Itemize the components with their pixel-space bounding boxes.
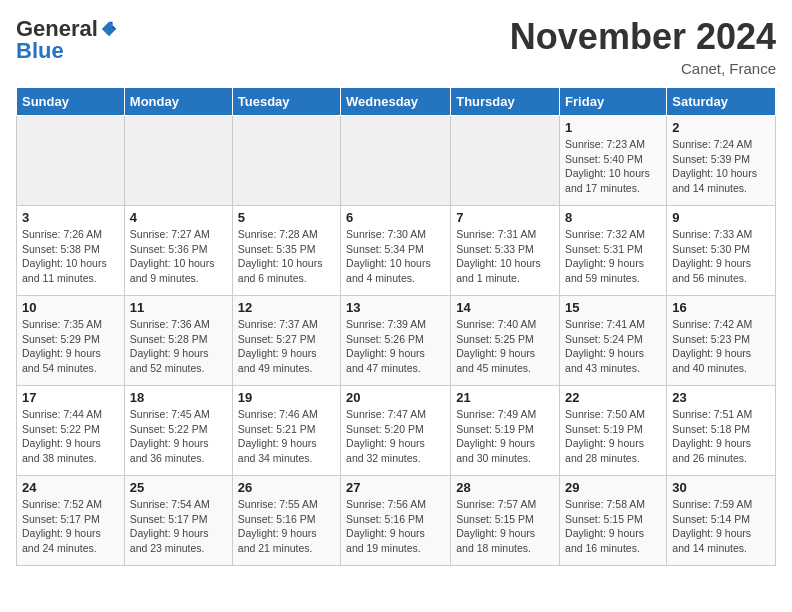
day-info: Sunrise: 7:27 AMSunset: 5:36 PMDaylight:… bbox=[130, 227, 227, 286]
day-number: 18 bbox=[130, 390, 227, 405]
calendar-cell: 2Sunrise: 7:24 AMSunset: 5:39 PMDaylight… bbox=[667, 116, 776, 206]
day-info: Sunrise: 7:54 AMSunset: 5:17 PMDaylight:… bbox=[130, 497, 227, 556]
calendar-cell: 9Sunrise: 7:33 AMSunset: 5:30 PMDaylight… bbox=[667, 206, 776, 296]
day-info: Sunrise: 7:41 AMSunset: 5:24 PMDaylight:… bbox=[565, 317, 661, 376]
day-info: Sunrise: 7:36 AMSunset: 5:28 PMDaylight:… bbox=[130, 317, 227, 376]
day-info: Sunrise: 7:56 AMSunset: 5:16 PMDaylight:… bbox=[346, 497, 445, 556]
day-number: 2 bbox=[672, 120, 770, 135]
day-info: Sunrise: 7:35 AMSunset: 5:29 PMDaylight:… bbox=[22, 317, 119, 376]
day-info: Sunrise: 7:52 AMSunset: 5:17 PMDaylight:… bbox=[22, 497, 119, 556]
day-number: 15 bbox=[565, 300, 661, 315]
day-info: Sunrise: 7:44 AMSunset: 5:22 PMDaylight:… bbox=[22, 407, 119, 466]
calendar-cell: 12Sunrise: 7:37 AMSunset: 5:27 PMDayligh… bbox=[232, 296, 340, 386]
calendar-cell: 7Sunrise: 7:31 AMSunset: 5:33 PMDaylight… bbox=[451, 206, 560, 296]
calendar-cell: 6Sunrise: 7:30 AMSunset: 5:34 PMDaylight… bbox=[341, 206, 451, 296]
calendar-week-1: 1Sunrise: 7:23 AMSunset: 5:40 PMDaylight… bbox=[17, 116, 776, 206]
title-area: November 2024 Canet, France bbox=[510, 16, 776, 77]
calendar-cell bbox=[124, 116, 232, 206]
day-info: Sunrise: 7:24 AMSunset: 5:39 PMDaylight:… bbox=[672, 137, 770, 196]
day-number: 17 bbox=[22, 390, 119, 405]
day-number: 3 bbox=[22, 210, 119, 225]
header-tuesday: Tuesday bbox=[232, 88, 340, 116]
day-number: 11 bbox=[130, 300, 227, 315]
calendar-cell bbox=[451, 116, 560, 206]
day-number: 14 bbox=[456, 300, 554, 315]
calendar-cell: 11Sunrise: 7:36 AMSunset: 5:28 PMDayligh… bbox=[124, 296, 232, 386]
header-wednesday: Wednesday bbox=[341, 88, 451, 116]
calendar-cell: 19Sunrise: 7:46 AMSunset: 5:21 PMDayligh… bbox=[232, 386, 340, 476]
day-info: Sunrise: 7:33 AMSunset: 5:30 PMDaylight:… bbox=[672, 227, 770, 286]
calendar-cell: 23Sunrise: 7:51 AMSunset: 5:18 PMDayligh… bbox=[667, 386, 776, 476]
calendar-header-row: SundayMondayTuesdayWednesdayThursdayFrid… bbox=[17, 88, 776, 116]
day-number: 27 bbox=[346, 480, 445, 495]
calendar-cell: 21Sunrise: 7:49 AMSunset: 5:19 PMDayligh… bbox=[451, 386, 560, 476]
calendar-cell: 14Sunrise: 7:40 AMSunset: 5:25 PMDayligh… bbox=[451, 296, 560, 386]
calendar-cell: 15Sunrise: 7:41 AMSunset: 5:24 PMDayligh… bbox=[560, 296, 667, 386]
day-info: Sunrise: 7:31 AMSunset: 5:33 PMDaylight:… bbox=[456, 227, 554, 286]
day-number: 23 bbox=[672, 390, 770, 405]
calendar-cell: 4Sunrise: 7:27 AMSunset: 5:36 PMDaylight… bbox=[124, 206, 232, 296]
calendar-cell: 13Sunrise: 7:39 AMSunset: 5:26 PMDayligh… bbox=[341, 296, 451, 386]
day-number: 20 bbox=[346, 390, 445, 405]
day-number: 26 bbox=[238, 480, 335, 495]
day-number: 22 bbox=[565, 390, 661, 405]
header-saturday: Saturday bbox=[667, 88, 776, 116]
day-number: 19 bbox=[238, 390, 335, 405]
month-title: November 2024 bbox=[510, 16, 776, 58]
day-info: Sunrise: 7:50 AMSunset: 5:19 PMDaylight:… bbox=[565, 407, 661, 466]
day-number: 16 bbox=[672, 300, 770, 315]
day-info: Sunrise: 7:47 AMSunset: 5:20 PMDaylight:… bbox=[346, 407, 445, 466]
calendar-week-5: 24Sunrise: 7:52 AMSunset: 5:17 PMDayligh… bbox=[17, 476, 776, 566]
calendar-cell: 16Sunrise: 7:42 AMSunset: 5:23 PMDayligh… bbox=[667, 296, 776, 386]
logo: General Blue bbox=[16, 16, 118, 64]
calendar-table: SundayMondayTuesdayWednesdayThursdayFrid… bbox=[16, 87, 776, 566]
day-number: 9 bbox=[672, 210, 770, 225]
calendar-cell: 10Sunrise: 7:35 AMSunset: 5:29 PMDayligh… bbox=[17, 296, 125, 386]
header-monday: Monday bbox=[124, 88, 232, 116]
calendar-cell bbox=[232, 116, 340, 206]
day-info: Sunrise: 7:28 AMSunset: 5:35 PMDaylight:… bbox=[238, 227, 335, 286]
calendar-cell bbox=[17, 116, 125, 206]
day-info: Sunrise: 7:32 AMSunset: 5:31 PMDaylight:… bbox=[565, 227, 661, 286]
day-number: 7 bbox=[456, 210, 554, 225]
header-sunday: Sunday bbox=[17, 88, 125, 116]
day-number: 10 bbox=[22, 300, 119, 315]
calendar-cell: 29Sunrise: 7:58 AMSunset: 5:15 PMDayligh… bbox=[560, 476, 667, 566]
day-info: Sunrise: 7:57 AMSunset: 5:15 PMDaylight:… bbox=[456, 497, 554, 556]
day-info: Sunrise: 7:40 AMSunset: 5:25 PMDaylight:… bbox=[456, 317, 554, 376]
day-number: 8 bbox=[565, 210, 661, 225]
calendar-cell bbox=[341, 116, 451, 206]
calendar-cell: 24Sunrise: 7:52 AMSunset: 5:17 PMDayligh… bbox=[17, 476, 125, 566]
calendar-week-4: 17Sunrise: 7:44 AMSunset: 5:22 PMDayligh… bbox=[17, 386, 776, 476]
day-info: Sunrise: 7:39 AMSunset: 5:26 PMDaylight:… bbox=[346, 317, 445, 376]
header-friday: Friday bbox=[560, 88, 667, 116]
day-number: 6 bbox=[346, 210, 445, 225]
calendar-cell: 1Sunrise: 7:23 AMSunset: 5:40 PMDaylight… bbox=[560, 116, 667, 206]
header-thursday: Thursday bbox=[451, 88, 560, 116]
page-header: General Blue November 2024 Canet, France bbox=[16, 16, 776, 77]
day-number: 30 bbox=[672, 480, 770, 495]
calendar-cell: 5Sunrise: 7:28 AMSunset: 5:35 PMDaylight… bbox=[232, 206, 340, 296]
day-number: 28 bbox=[456, 480, 554, 495]
calendar-cell: 3Sunrise: 7:26 AMSunset: 5:38 PMDaylight… bbox=[17, 206, 125, 296]
day-number: 25 bbox=[130, 480, 227, 495]
day-number: 13 bbox=[346, 300, 445, 315]
calendar-cell: 25Sunrise: 7:54 AMSunset: 5:17 PMDayligh… bbox=[124, 476, 232, 566]
day-info: Sunrise: 7:58 AMSunset: 5:15 PMDaylight:… bbox=[565, 497, 661, 556]
day-number: 1 bbox=[565, 120, 661, 135]
day-number: 24 bbox=[22, 480, 119, 495]
calendar-cell: 17Sunrise: 7:44 AMSunset: 5:22 PMDayligh… bbox=[17, 386, 125, 476]
calendar-cell: 28Sunrise: 7:57 AMSunset: 5:15 PMDayligh… bbox=[451, 476, 560, 566]
location-text: Canet, France bbox=[510, 60, 776, 77]
day-info: Sunrise: 7:46 AMSunset: 5:21 PMDaylight:… bbox=[238, 407, 335, 466]
calendar-cell: 20Sunrise: 7:47 AMSunset: 5:20 PMDayligh… bbox=[341, 386, 451, 476]
day-info: Sunrise: 7:37 AMSunset: 5:27 PMDaylight:… bbox=[238, 317, 335, 376]
calendar-cell: 8Sunrise: 7:32 AMSunset: 5:31 PMDaylight… bbox=[560, 206, 667, 296]
day-info: Sunrise: 7:23 AMSunset: 5:40 PMDaylight:… bbox=[565, 137, 661, 196]
day-info: Sunrise: 7:30 AMSunset: 5:34 PMDaylight:… bbox=[346, 227, 445, 286]
logo-blue-text: Blue bbox=[16, 38, 64, 63]
calendar-cell: 18Sunrise: 7:45 AMSunset: 5:22 PMDayligh… bbox=[124, 386, 232, 476]
day-info: Sunrise: 7:59 AMSunset: 5:14 PMDaylight:… bbox=[672, 497, 770, 556]
day-info: Sunrise: 7:26 AMSunset: 5:38 PMDaylight:… bbox=[22, 227, 119, 286]
logo-icon bbox=[100, 20, 118, 38]
